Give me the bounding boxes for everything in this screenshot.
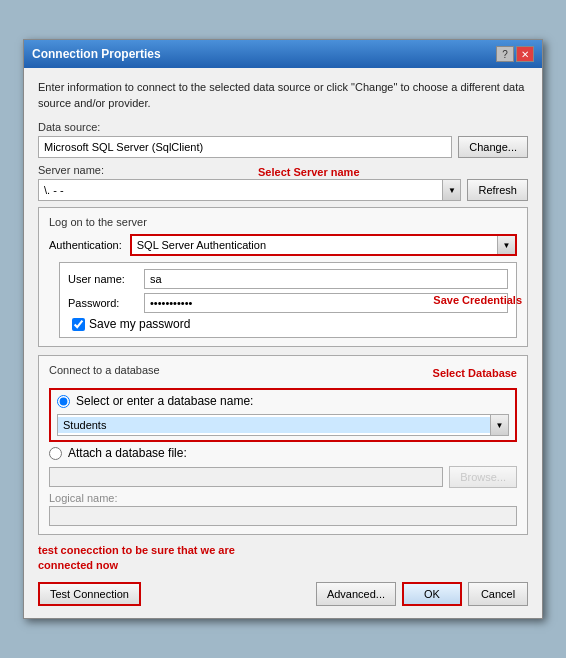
save-password-row: Save my password	[68, 317, 508, 331]
help-button[interactable]: ?	[496, 46, 514, 62]
auth-input[interactable]	[132, 237, 497, 253]
radio2-row: Attach a database file:	[49, 446, 517, 460]
db-radio-select-section: Select or enter a database name: ▼	[49, 388, 517, 442]
dialog-body: Enter information to connect to the sele…	[24, 68, 542, 618]
server-input[interactable]	[39, 182, 442, 198]
close-button[interactable]: ✕	[516, 46, 534, 62]
cancel-button[interactable]: Cancel	[468, 582, 528, 606]
auth-combo[interactable]: ▼	[130, 234, 517, 256]
description-text: Enter information to connect to the sele…	[38, 80, 528, 111]
server-section: Server name: Select Server name ▼ Refres…	[38, 164, 528, 201]
ok-button[interactable]: OK	[402, 582, 462, 606]
datasource-input[interactable]	[38, 136, 452, 158]
logon-section: Log on to the server Authentication: ▼ U…	[38, 207, 528, 347]
title-bar-buttons: ? ✕	[496, 46, 534, 62]
db-dropdown-arrow[interactable]: ▼	[490, 415, 508, 435]
browse-button[interactable]: Browse...	[449, 466, 517, 488]
logical-input	[49, 506, 517, 526]
save-password-label: Save my password	[89, 317, 190, 331]
db-section-title: Connect to a database	[49, 364, 160, 376]
auth-dropdown-arrow[interactable]: ▼	[497, 236, 515, 254]
server-row: ▼ Refresh	[38, 179, 528, 201]
save-password-checkbox[interactable]	[72, 318, 85, 331]
note-line1: test conecction to be sure that we are	[38, 544, 235, 556]
select-database-annotation: Select Database	[433, 367, 517, 379]
auth-label: Authentication:	[49, 239, 122, 251]
datasource-row: Change...	[38, 136, 528, 158]
logon-section-title: Log on to the server	[49, 216, 517, 228]
radio1-label: Select or enter a database name:	[76, 394, 253, 408]
datasource-label: Data source:	[38, 121, 528, 133]
server-label: Server name:	[38, 164, 528, 176]
radio-select-db[interactable]	[57, 395, 70, 408]
server-combo[interactable]: ▼	[38, 179, 461, 201]
username-label: User name:	[68, 273, 138, 285]
radio-attach-db[interactable]	[49, 447, 62, 460]
db-input[interactable]	[58, 417, 490, 433]
save-credentials-annotation: Save Credentials	[433, 294, 522, 306]
logical-label: Logical name:	[49, 492, 517, 504]
db-combo[interactable]: ▼	[57, 414, 509, 436]
attach-section: Attach a database file: Browse... Logica…	[49, 446, 517, 526]
radio1-row: Select or enter a database name:	[57, 394, 509, 408]
dialog-title: Connection Properties	[32, 47, 161, 61]
note-line2: connected now	[38, 559, 118, 571]
database-section: Connect to a database Select Database Se…	[38, 355, 528, 535]
username-row: User name:	[68, 269, 508, 289]
test-connection-button[interactable]: Test Connection	[38, 582, 141, 606]
radio2-label: Attach a database file:	[68, 446, 187, 460]
attach-input	[49, 467, 443, 487]
username-input[interactable]	[144, 269, 508, 289]
bottom-buttons: Test Connection Advanced... OK Cancel	[38, 582, 528, 606]
title-bar: Connection Properties ? ✕	[24, 40, 542, 68]
credentials-wrapper: User name: Password: Save my password Sa…	[49, 262, 517, 338]
attach-row: Browse...	[49, 466, 517, 488]
auth-row: Authentication: ▼	[49, 234, 517, 256]
refresh-button[interactable]: Refresh	[467, 179, 528, 201]
bottom-note: test conecction to be sure that we are c…	[38, 543, 528, 574]
connection-properties-dialog: Connection Properties ? ✕ Enter informat…	[23, 39, 543, 619]
bottom-right-buttons: Advanced... OK Cancel	[316, 582, 528, 606]
advanced-button[interactable]: Advanced...	[316, 582, 396, 606]
change-button[interactable]: Change...	[458, 136, 528, 158]
password-label: Password:	[68, 297, 138, 309]
server-dropdown-arrow[interactable]: ▼	[442, 180, 460, 200]
